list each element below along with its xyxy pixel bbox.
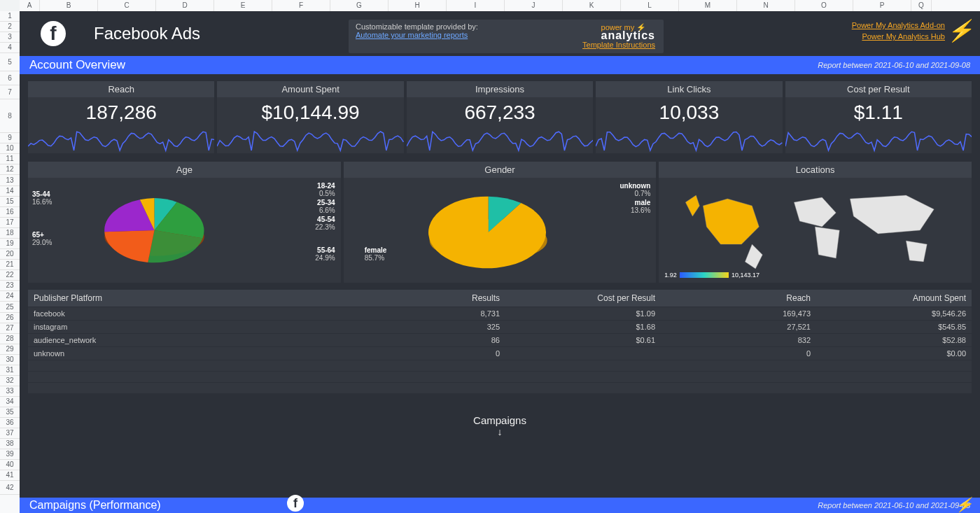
row-16[interactable]: 16	[0, 207, 20, 218]
row-33[interactable]: 33	[0, 386, 20, 397]
row-13[interactable]: 13	[0, 175, 20, 186]
row-28[interactable]: 28	[0, 334, 20, 344]
col-P[interactable]: P	[853, 0, 911, 11]
promo-link-automate[interactable]: Automate your marketing reports	[356, 31, 468, 39]
row-30[interactable]: 30	[0, 355, 20, 365]
col-J[interactable]: J	[505, 0, 563, 11]
th-reach: Reach	[655, 293, 811, 303]
row-21[interactable]: 21	[0, 260, 20, 270]
row-22[interactable]: 22	[0, 270, 20, 281]
row-38[interactable]: 38	[0, 439, 20, 449]
link-addon[interactable]: Power My Analytics Add-on	[852, 20, 945, 31]
row-8[interactable]: 8	[0, 99, 20, 133]
locations-title: Locations	[659, 162, 972, 178]
row-4[interactable]: 4	[0, 43, 20, 53]
page-title: Facebook Ads	[94, 24, 200, 43]
col-O[interactable]: O	[795, 0, 853, 11]
row-3[interactable]: 3	[0, 32, 20, 43]
col-C[interactable]: C	[98, 0, 156, 11]
row-18[interactable]: 18	[0, 228, 20, 239]
age-lbl-65: 65+29.0%	[32, 231, 52, 246]
row-headers[interactable]: 1234567891011121314151617181920212223242…	[0, 11, 20, 513]
row-1[interactable]: 1	[0, 11, 20, 22]
table-row[interactable]: audience_network86$0.61832$52.88	[28, 333, 972, 346]
map-legend: 1.92 10,143.17	[664, 272, 760, 279]
kpi-value: 10,033	[596, 97, 782, 125]
row-2[interactable]: 2	[0, 22, 20, 32]
gender-lbl-female: female85.7%	[365, 246, 387, 262]
row-26[interactable]: 26	[0, 313, 20, 323]
row-25[interactable]: 25	[0, 302, 20, 313]
age-title: Age	[28, 162, 341, 178]
row-17[interactable]: 17	[0, 218, 20, 228]
col-I[interactable]: I	[447, 0, 505, 11]
row-32[interactable]: 32	[0, 376, 20, 386]
row-35[interactable]: 35	[0, 407, 20, 418]
col-Q[interactable]: Q	[911, 0, 932, 11]
col-N[interactable]: N	[737, 0, 795, 11]
row-41[interactable]: 41	[0, 470, 20, 481]
row-20[interactable]: 20	[0, 249, 20, 260]
row-40[interactable]: 40	[0, 460, 20, 470]
row-15[interactable]: 15	[0, 197, 20, 207]
age-lbl-1824: 18-240.5%	[317, 182, 335, 197]
row-31[interactable]: 31	[0, 365, 20, 376]
row-19[interactable]: 19	[0, 239, 20, 249]
col-F[interactable]: F	[272, 0, 330, 11]
col-B[interactable]: B	[40, 0, 98, 11]
sheet-corner[interactable]	[0, 0, 20, 12]
row-39[interactable]: 39	[0, 449, 20, 460]
row-12[interactable]: 12	[0, 164, 20, 175]
kpi-value: $10,144.99	[217, 97, 403, 125]
promo-link-template[interactable]: Template Instructions	[582, 41, 655, 49]
column-headers[interactable]: ABCDEFGHIJKLMNOPQ	[20, 0, 980, 12]
row-29[interactable]: 29	[0, 344, 20, 355]
row-36[interactable]: 36	[0, 418, 20, 428]
col-K[interactable]: K	[563, 0, 621, 11]
row-42[interactable]: 42	[0, 481, 20, 495]
row-6[interactable]: 6	[0, 71, 20, 85]
locations-map: 1.92 10,143.17	[659, 178, 972, 283]
col-M[interactable]: M	[679, 0, 737, 11]
kpi-cost-per-result: Cost per Result$1.11	[785, 81, 972, 153]
th-results: Results	[344, 293, 500, 303]
row-5[interactable]: 5	[0, 53, 20, 71]
row-7[interactable]: 7	[0, 85, 20, 99]
table-row[interactable]: unknown00$0.00	[28, 346, 972, 360]
facebook-icon: f	[41, 21, 66, 46]
bolt-icon-small: ⚡	[955, 496, 973, 513]
demographics-row: Age 35-4416.6% 65+	[28, 162, 972, 283]
section-campaigns-title: Campaigns (Performance)	[29, 499, 161, 512]
col-D[interactable]: D	[156, 0, 214, 11]
row-11[interactable]: 11	[0, 154, 20, 164]
section-overview-title: Account Overview	[29, 58, 125, 72]
table-row[interactable]: facebook8,731$1.09169,473$9,546.26	[28, 307, 972, 320]
col-H[interactable]: H	[388, 0, 447, 11]
kpi-sparkline	[217, 125, 403, 153]
kpi-value: 667,233	[407, 97, 593, 125]
gender-lbl-unknown: unknown0.7%	[620, 182, 650, 197]
col-G[interactable]: G	[330, 0, 388, 11]
table-row[interactable]: instagram325$1.6827,521$545.85	[28, 320, 972, 333]
section-overview-range: Report between 2021-06-10 and 2021-09-08	[818, 61, 970, 69]
row-34[interactable]: 34	[0, 397, 20, 407]
row-9[interactable]: 9	[0, 133, 20, 143]
age-card: Age 35-4416.6% 65+	[28, 162, 341, 283]
col-L[interactable]: L	[621, 0, 679, 11]
kpi-label: Link Clicks	[596, 81, 782, 97]
facebook-icon-small: f	[287, 495, 304, 512]
kpi-sparkline	[596, 125, 782, 153]
link-hub[interactable]: Power My Analytics Hub	[852, 31, 945, 42]
sheet-content: f Facebook Ads Customizable template pro…	[20, 11, 980, 513]
row-27[interactable]: 27	[0, 323, 20, 334]
row-10[interactable]: 10	[0, 143, 20, 154]
row-24[interactable]: 24	[0, 291, 20, 302]
row-14[interactable]: 14	[0, 186, 20, 197]
row-37[interactable]: 37	[0, 428, 20, 439]
row-23[interactable]: 23	[0, 281, 20, 291]
promo-box: Customizable template provided by: Autom…	[349, 20, 664, 53]
kpi-value: $1.11	[785, 97, 972, 125]
col-E[interactable]: E	[214, 0, 272, 11]
col-A[interactable]: A	[20, 0, 40, 11]
gender-title: Gender	[344, 162, 657, 178]
